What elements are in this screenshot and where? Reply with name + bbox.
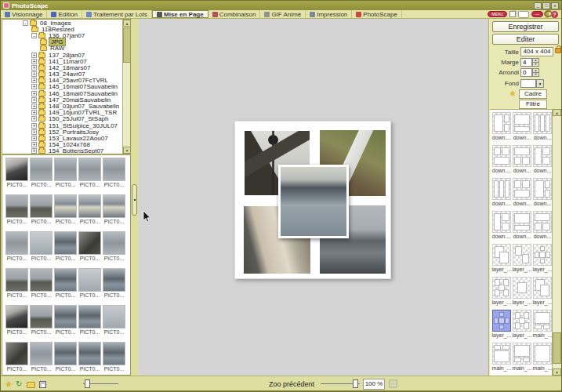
round-value[interactable]: 0 [520, 68, 532, 77]
thumbnail-item[interactable]: PICT0... [53, 342, 78, 376]
thumbnail-image[interactable] [54, 268, 77, 292]
template-thumbnail[interactable] [513, 343, 531, 365]
template-item[interactable]: layer_... [512, 244, 532, 277]
thumbnail-item[interactable]: PICT0... [29, 158, 53, 194]
thumbnail-item[interactable]: PICT0... [5, 305, 29, 342]
close-button[interactable]: x [551, 2, 559, 9]
template-item[interactable]: down... [532, 211, 553, 244]
tree-toggle-icon[interactable]: + [31, 103, 37, 109]
template-thumbnail[interactable] [492, 343, 511, 365]
template-item[interactable]: down... [532, 145, 553, 178]
edit-button[interactable]: Editer [492, 34, 559, 45]
thumbnail-item[interactable]: PICT0... [102, 342, 126, 376]
tab-photoscape[interactable]: PhotoScape [352, 10, 402, 18]
thumbnail-item[interactable]: PICT0... [29, 305, 53, 342]
margin-value[interactable]: 4 [520, 58, 532, 67]
template-item[interactable]: down.... [491, 112, 512, 145]
thumbnail-item[interactable]: PICT0... [29, 231, 53, 268]
thumbnail-image[interactable] [103, 231, 125, 255]
thumbnail-image[interactable] [103, 194, 125, 218]
tree-toggle-icon[interactable]: + [31, 116, 37, 122]
folder-icon[interactable] [27, 382, 35, 388]
save-button[interactable]: Enregistrer [492, 21, 559, 32]
thumbnail-image[interactable] [103, 342, 125, 365]
tree-toggle-icon[interactable]: + [31, 91, 37, 96]
thumbnail-item[interactable]: PICT0... [5, 268, 29, 305]
template-thumbnail[interactable] [492, 178, 511, 200]
thumbnail-image[interactable] [30, 268, 53, 292]
fit-grid-icon[interactable] [389, 379, 397, 388]
thumbnail-item[interactable]: PICT0... [78, 268, 102, 305]
spin-down-icon[interactable]: ▼ [532, 62, 539, 67]
thumbnail-item[interactable]: PICT0... [5, 231, 29, 268]
thumbnail-item[interactable]: PICT0... [53, 231, 78, 268]
tree-toggle-icon[interactable]: + [31, 97, 37, 103]
tab-gif-anime[interactable]: GIF Animé [260, 10, 306, 18]
tab-impression[interactable]: Impression [306, 10, 352, 18]
template-item[interactable]: down... [532, 178, 553, 211]
template-thumbnail[interactable] [533, 343, 552, 365]
tree-scrollbar[interactable]: ▲ ▼ [122, 20, 130, 154]
thumbnail-item[interactable]: PICT0... [78, 194, 102, 231]
thumbnail-image[interactable] [54, 194, 77, 218]
tab-mise-en-page[interactable]: Mise en Page [152, 10, 208, 18]
tree-item[interactable]: +154_BottensSept07 [2, 148, 122, 154]
thumbnail-image[interactable] [30, 305, 53, 328]
thumbnail-image[interactable] [54, 342, 77, 365]
thumbnail-image[interactable] [5, 342, 28, 365]
thumbnail-item[interactable]: PICT0... [29, 194, 53, 231]
thumbnail-item[interactable]: PICT0... [78, 342, 102, 376]
template-item[interactable]: down... [512, 112, 532, 145]
thumbnail-image[interactable] [54, 158, 77, 181]
scroll-up-icon[interactable]: ▲ [123, 20, 131, 27]
pages-icon[interactable] [509, 11, 516, 17]
template-thumbnail[interactable] [533, 178, 552, 200]
template-thumbnail[interactable] [492, 112, 511, 134]
scrollbar-thumb[interactable] [123, 27, 131, 63]
size-value-button[interactable]: 404 x 404 [520, 47, 553, 56]
template-item[interactable]: main_... [512, 343, 532, 376]
template-item[interactable]: layer_... [532, 244, 553, 277]
thumbnail-image[interactable] [30, 158, 53, 181]
lock-icon[interactable] [555, 48, 561, 53]
tree-toggle-icon[interactable]: - [31, 33, 37, 38]
template-thumbnail[interactable] [492, 211, 511, 233]
template-thumbnail[interactable] [513, 112, 531, 134]
template-thumbnail[interactable] [533, 277, 552, 299]
tab-traitement-par-lots[interactable]: Traitement par Lots [82, 10, 152, 18]
menu-badge-button[interactable]: MENU [488, 11, 507, 17]
tree-toggle-icon[interactable]: + [31, 129, 37, 135]
scroll-down-icon[interactable]: ▼ [123, 147, 131, 154]
thumbnail-image[interactable] [103, 268, 125, 292]
thumbnail-image[interactable] [5, 158, 28, 181]
template-thumbnail[interactable] [513, 244, 531, 266]
favorites-icon[interactable]: ★ [5, 380, 12, 388]
save-disk-icon[interactable] [39, 381, 46, 388]
tree-toggle-icon[interactable]: - [23, 20, 28, 26]
thumbnail-item[interactable]: PICT0... [53, 158, 78, 194]
template-item[interactable]: layer_... [491, 310, 512, 343]
thumbnail-item[interactable]: PICT0... [53, 194, 78, 231]
red-badge-button[interactable]: — [531, 11, 543, 17]
thumbnail-image[interactable] [30, 342, 53, 365]
template-thumbnail[interactable] [533, 244, 552, 266]
thumbnail-item[interactable]: PICT0... [53, 268, 78, 305]
thumbnail-image[interactable] [30, 194, 53, 218]
tree-toggle-icon[interactable]: + [31, 84, 37, 89]
thumbnail-item[interactable]: PICT0... [53, 305, 78, 342]
tree-toggle-icon[interactable]: + [31, 123, 37, 129]
background-color-swatch[interactable] [520, 79, 536, 88]
thumbnail-image[interactable] [30, 231, 53, 255]
template-item[interactable]: down.... [491, 211, 512, 244]
template-thumbnail[interactable] [492, 244, 511, 266]
background-color-dropdown[interactable]: ▼ [520, 79, 544, 88]
thumbnail-image[interactable] [78, 342, 101, 365]
key-icon[interactable] [546, 11, 549, 18]
template-thumbnail[interactable] [513, 211, 531, 233]
tree-toggle-icon[interactable]: + [31, 65, 37, 71]
tab-visionnage[interactable]: Visionnage [1, 10, 47, 18]
thumbnail-item[interactable]: PICT0... [5, 194, 29, 231]
scroll-down-icon[interactable]: ▼ [553, 368, 561, 376]
frame-button[interactable]: Cadre [519, 89, 547, 99]
template-item[interactable]: layer_... [491, 244, 512, 277]
